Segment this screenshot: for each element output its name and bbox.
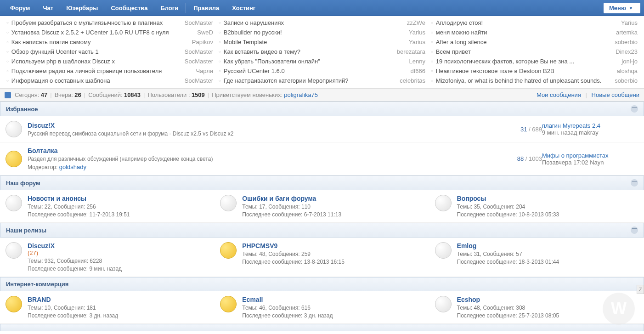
thread-row[interactable]: ○Аплодирую стоя!Yarius (431, 18, 638, 28)
thread-author[interactable]: df666 (410, 68, 425, 74)
moderator-link[interactable]: goldshady (59, 164, 86, 170)
my-posts-link[interactable]: Мои сообщения (537, 91, 581, 98)
thread-row[interactable]: ○Как вставить видео в тему?berezatara (219, 47, 425, 57)
collapse-icon[interactable] (631, 226, 638, 234)
thread-row[interactable]: ○Установка Discuz x 2.5.2 + UCenter 1.6.… (6, 28, 213, 37)
thread-title[interactable]: B2bbuilder по русски! (224, 29, 405, 36)
forum-name[interactable]: Вопросы (457, 195, 638, 202)
thread-row[interactable]: ○Всем приветDinex23 (431, 47, 638, 57)
forum-name[interactable]: PHPCMSV9 (242, 242, 424, 249)
thread-row[interactable]: ○Записи о нарушенияхzzZWe (219, 18, 425, 28)
section-favorites[interactable]: Избранное (0, 102, 644, 116)
thread-author[interactable]: Lenny (409, 58, 425, 65)
thread-author[interactable]: soberbio (615, 77, 638, 84)
forum-name[interactable]: Discuz!X (28, 242, 209, 249)
thread-author[interactable]: Dinex23 (616, 48, 638, 55)
thread-title[interactable]: Информация о составных шаблона (11, 77, 181, 84)
menu-button[interactable]: Меню (604, 3, 640, 13)
thread-title[interactable]: Как вставить видео в тему? (224, 48, 393, 55)
thread-row[interactable]: ○Пробуем разобраться с мультиязычностью … (6, 18, 213, 28)
thread-author[interactable]: joni-jo (621, 58, 638, 65)
nav-chat[interactable]: Чат (36, 0, 60, 16)
thread-title[interactable]: Русский UCenter 1.6.0 (224, 68, 407, 74)
forum-icon (435, 242, 452, 259)
forum-name[interactable]: Discuz!X (28, 122, 487, 129)
collapse-icon[interactable] (631, 105, 638, 113)
thread-title[interactable]: Пробуем разобраться с мультиязычностью в… (11, 19, 181, 26)
forum-name[interactable]: Ecmall (242, 296, 424, 303)
thread-title[interactable]: Неактивное текстовое поле в Destoon B2B (436, 68, 613, 74)
thread-title[interactable]: Как убрать "Пользователи онлайн" (224, 58, 406, 65)
side-badge[interactable]: Z (637, 285, 644, 294)
thread-title[interactable]: Используем php в шаблонах Discuz x (11, 58, 181, 65)
thread-title[interactable]: After a long silence (436, 39, 611, 45)
thread-row[interactable]: ○Где настраиваются категории Мероприятий… (219, 76, 425, 85)
thread-row[interactable]: ○B2bbuilder по русски!Yarius (219, 28, 425, 37)
thread-row[interactable]: ○меня можно найтиartemka (431, 28, 638, 37)
forum-icon (6, 121, 22, 137)
thread-author[interactable]: Чарли (196, 68, 213, 74)
thread-title[interactable]: Установка Discuz x 2.5.2 + UCenter 1.6.0… (11, 29, 193, 36)
thread-title[interactable]: Как написать плагин самому (11, 39, 188, 45)
newest-user-link[interactable]: poligrafika75 (284, 91, 318, 98)
forum-name[interactable]: Emlog (457, 242, 638, 249)
thread-row[interactable]: ○Как написать плагин самомуPapikov (6, 37, 213, 47)
forum-name[interactable]: BRAND (28, 296, 209, 303)
thread-title[interactable]: Mizofoniya, or what is behind the hatred… (436, 77, 611, 84)
thread-row[interactable]: ○Обзор функций Ucenter часть 1SocMaster (6, 47, 213, 57)
nav-userbars[interactable]: Юзербары (60, 0, 104, 16)
forum-name[interactable]: Ошибки и баги форума (242, 195, 424, 202)
thread-author[interactable]: celebritas (400, 77, 425, 84)
nav-hosting[interactable]: Хостинг (226, 0, 262, 16)
thread-author[interactable]: Yarius (409, 39, 425, 45)
thread-author[interactable]: aloshqa (616, 68, 638, 74)
thread-author[interactable]: artemka (616, 29, 638, 36)
thread-author[interactable]: soberbio (615, 39, 638, 45)
thread-row[interactable]: ○Русский UCenter 1.6.0df666 (219, 66, 425, 76)
nav-communities[interactable]: Сообщества (104, 0, 154, 16)
thread-row[interactable]: ○Используем php в шаблонах Discuz xSocMa… (6, 57, 213, 66)
thread-row[interactable]: ○Как убрать "Пользователи онлайн"Lenny (219, 57, 425, 66)
thread-title[interactable]: Подключаем радио на личной странице поль… (11, 68, 192, 74)
thread-author[interactable]: SocMaster (185, 77, 213, 84)
thread-author[interactable]: berezatara (397, 48, 425, 55)
thread-title[interactable]: Mobile Template (224, 39, 405, 45)
thread-title[interactable]: меня можно найти (436, 29, 612, 36)
nav-rules[interactable]: Правила (187, 0, 226, 16)
nav-blogs[interactable]: Блоги (154, 0, 185, 16)
thread-author[interactable]: SocMaster (185, 58, 213, 65)
new-posts-link[interactable]: Новые сообщени (592, 91, 639, 98)
thread-author[interactable]: SweD (197, 29, 213, 36)
section-commerce[interactable]: Интернет-коммерция (0, 277, 644, 291)
thread-title[interactable]: Где настраиваются категории Мероприятий? (224, 77, 396, 84)
forum-cell: PHPCMSV9Темы: 48, Сообщения: 259Последне… (215, 238, 429, 277)
section-our-forum[interactable]: Наш форум (0, 175, 644, 190)
thread-title[interactable]: Всем привет (436, 48, 612, 55)
section-releases[interactable]: Наши релизы (0, 223, 644, 238)
last-topic-link[interactable]: плагин Myrepeats 2.4 (542, 122, 638, 129)
thread-row[interactable]: ○Подключаем радио на личной странице пол… (6, 66, 213, 76)
thread-author[interactable]: zzZWe (407, 19, 425, 26)
collapse-icon[interactable] (631, 179, 638, 187)
thread-row[interactable]: ○19 психологических фактов, которые Вы н… (431, 57, 638, 66)
thread-author[interactable]: SocMaster (185, 48, 213, 55)
thread-row[interactable]: ○Информация о составных шаблонаSocMaster (6, 76, 213, 85)
nav-forum[interactable]: Форум (4, 0, 36, 16)
thread-row[interactable]: ○Неактивное текстовое поле в Destoon B2B… (431, 66, 638, 76)
thread-row[interactable]: ○Mizofoniya, or what is behind the hatre… (431, 76, 638, 85)
thread-title[interactable]: Обзор функций Ucenter часть 1 (11, 48, 181, 55)
thread-row[interactable]: ○After a long silencesoberbio (431, 37, 638, 47)
thread-author[interactable]: Yarius (409, 29, 425, 36)
forum-cell: EcmallТемы: 46, Сообщения: 616Последнее … (215, 291, 429, 324)
forum-name[interactable]: Болталка (28, 147, 487, 154)
thread-title[interactable]: Аплодирую стоя! (436, 19, 617, 26)
thread-author[interactable]: SocMaster (185, 19, 213, 26)
section-cms[interactable] (0, 324, 644, 331)
thread-row[interactable]: ○Mobile TemplateYarius (219, 37, 425, 47)
thread-author[interactable]: Papikov (192, 39, 213, 45)
forum-name[interactable]: Новости и анонсы (28, 195, 209, 202)
last-topic-link[interactable]: Мифы о программистах (542, 152, 638, 159)
thread-author[interactable]: Yarius (621, 19, 638, 26)
thread-title[interactable]: 19 психологических фактов, которые Вы не… (436, 58, 618, 65)
thread-title[interactable]: Записи о нарушениях (224, 19, 403, 26)
